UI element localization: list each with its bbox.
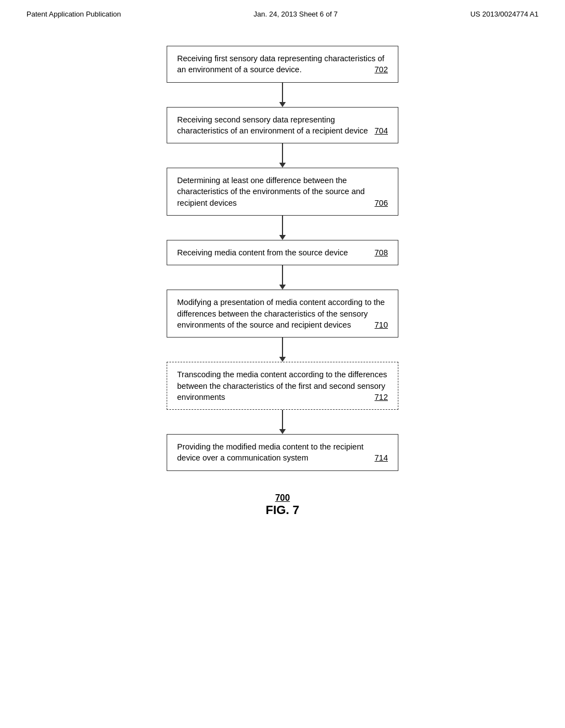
arrow-head-5 [279, 357, 286, 362]
step-710-num: 710 [375, 319, 388, 330]
figure-number: 700 [265, 493, 299, 503]
header-right: US 2013/0024774 A1 [470, 10, 539, 18]
arrow-head-4 [279, 285, 286, 290]
step-710-text: Modifying a presentation of media conten… [177, 298, 385, 329]
arrow-line-5 [282, 338, 283, 357]
arrow-head-3 [279, 235, 286, 240]
arrow-line-3 [282, 216, 283, 235]
step-702-box: Receiving first sensory data representin… [167, 46, 398, 83]
header-left: Patent Application Publication [26, 10, 121, 18]
diagram-container: Receiving first sensory data representin… [0, 24, 565, 528]
step-702-num: 702 [375, 64, 388, 75]
figure-title: FIG. 7 [265, 503, 299, 517]
arrow-line-6 [282, 410, 283, 429]
header-center: Jan. 24, 2013 Sheet 6 of 7 [254, 10, 338, 18]
step-708-num: 708 [375, 247, 388, 258]
arrow-head-6 [279, 429, 286, 434]
arrow-1 [279, 83, 286, 107]
step-706-num: 706 [375, 197, 388, 208]
arrow-5 [279, 338, 286, 362]
arrow-line-2 [282, 143, 283, 163]
step-706-text: Determining at least one difference betw… [177, 176, 365, 207]
step-712-num: 712 [375, 392, 388, 403]
figure-label: 700 FIG. 7 [265, 493, 299, 517]
step-702-text: Receiving first sensory data representin… [177, 54, 385, 74]
step-704-box: Receiving second sensory data representi… [167, 107, 398, 144]
step-704-text: Receiving second sensory data representi… [177, 115, 368, 135]
arrow-4 [279, 265, 286, 290]
step-712-text: Transcoding the media content according … [177, 370, 387, 402]
step-714-num: 714 [375, 452, 388, 463]
arrow-line-4 [282, 265, 283, 285]
step-710-box: Modifying a presentation of media conten… [167, 290, 398, 338]
arrow-3 [279, 216, 286, 240]
step-714-box: Providing the modified media content to … [167, 434, 398, 471]
step-708-box: Receiving media content from the source … [167, 240, 398, 265]
page-header: Patent Application Publication Jan. 24, … [0, 0, 565, 24]
step-714-text: Providing the modified media content to … [177, 442, 364, 462]
arrow-2 [279, 143, 286, 168]
arrow-head-1 [279, 102, 286, 107]
step-712-box: Transcoding the media content according … [167, 362, 398, 410]
arrow-line-1 [282, 83, 283, 102]
step-708-text: Receiving media content from the source … [177, 248, 348, 257]
step-704-num: 704 [375, 125, 388, 136]
arrow-6 [279, 410, 286, 434]
arrow-head-2 [279, 163, 286, 168]
step-706-box: Determining at least one difference betw… [167, 168, 398, 216]
